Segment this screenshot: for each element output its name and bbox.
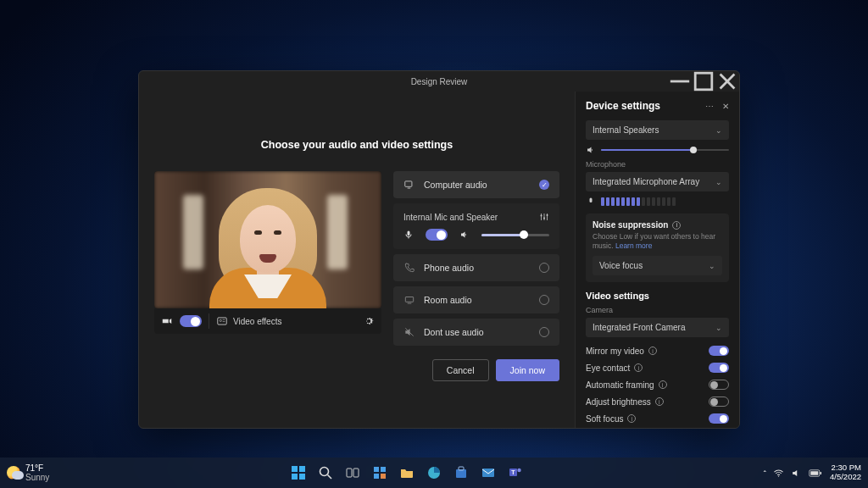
chevron-up-icon[interactable]: ˆ — [764, 469, 766, 478]
weather-widget[interactable]: 71°F Sunny — [7, 463, 49, 482]
camera-toggle[interactable] — [180, 315, 202, 327]
system-tray[interactable]: ˆ 2:30 PM 4/5/2022 — [764, 463, 861, 482]
camera-label: Camera — [586, 306, 729, 314]
join-heading: Choose your audio and video settings — [154, 100, 559, 171]
no-audio-icon — [403, 326, 415, 338]
svg-rect-12 — [292, 466, 298, 472]
phone-icon — [403, 262, 415, 274]
svg-rect-20 — [374, 467, 379, 472]
chevron-down-icon: ⌄ — [709, 262, 715, 270]
store-button[interactable] — [448, 460, 474, 485]
svg-rect-1 — [695, 73, 712, 90]
edge-button[interactable] — [421, 460, 447, 485]
maximize-button[interactable] — [692, 71, 715, 92]
teams-button[interactable]: T — [503, 460, 528, 485]
info-icon[interactable]: i — [634, 363, 643, 372]
minimize-button[interactable] — [668, 71, 692, 92]
video-controls-bar: Video effects — [154, 308, 381, 334]
speaker-volume-slider[interactable] — [601, 149, 729, 151]
cancel-button[interactable]: Cancel — [432, 359, 489, 381]
svg-rect-27 — [482, 469, 494, 477]
search-button[interactable] — [313, 460, 338, 485]
mail-button[interactable] — [476, 460, 501, 485]
mirror-toggle[interactable] — [709, 346, 729, 356]
radio-icon — [539, 263, 549, 273]
info-icon[interactable]: i — [659, 380, 667, 389]
chevron-down-icon: ⌄ — [715, 178, 722, 186]
mic-icon — [586, 197, 596, 207]
toggle-row-frame: Automatic framingi — [586, 376, 729, 393]
noise-suppression-card: Noise suppressioni Choose Low if you wan… — [586, 214, 729, 282]
soft-toggle[interactable] — [709, 413, 729, 424]
info-icon[interactable]: i — [655, 397, 664, 406]
weather-icon — [7, 466, 20, 480]
frame-toggle[interactable] — [709, 380, 729, 390]
eye-toggle[interactable] — [709, 363, 729, 373]
taskbar: 71°F Sunny T ˆ 2:30 PM 4/5/2022 — [0, 458, 868, 488]
noise-suppression-dropdown[interactable]: Voice focus⌄ — [593, 256, 722, 275]
svg-rect-34 — [810, 471, 818, 475]
video-effects-button[interactable]: Video effects — [216, 315, 356, 327]
speaker-icon — [459, 230, 470, 240]
learn-more-link[interactable]: Learn more — [615, 241, 652, 250]
camera-dropdown[interactable]: Integrated Front Camera⌄ — [586, 318, 729, 337]
chevron-down-icon: ⌄ — [715, 324, 722, 332]
battery-icon[interactable] — [809, 469, 821, 478]
widgets-button[interactable] — [367, 460, 392, 485]
close-panel-icon[interactable]: ✕ — [722, 102, 729, 111]
volume-slider[interactable] — [481, 234, 549, 236]
speaker-icon — [586, 145, 596, 155]
sliders-icon[interactable] — [539, 212, 549, 222]
camera-icon — [161, 315, 173, 327]
start-button[interactable] — [286, 460, 311, 485]
gear-icon[interactable] — [363, 315, 375, 327]
svg-rect-33 — [821, 472, 822, 474]
bright-toggle[interactable] — [709, 396, 729, 407]
join-pane: Choose your audio and video settings — [139, 92, 575, 428]
svg-point-7 — [541, 215, 542, 217]
svg-rect-19 — [353, 469, 359, 477]
svg-rect-15 — [299, 474, 305, 480]
info-icon[interactable]: i — [672, 221, 681, 230]
more-icon[interactable]: ⋯ — [705, 102, 714, 111]
audio-option-computer[interactable]: Computer audio — [393, 171, 559, 198]
info-icon[interactable]: i — [627, 414, 636, 423]
explorer-button[interactable] — [394, 460, 420, 485]
svg-rect-18 — [347, 469, 352, 477]
close-button[interactable] — [715, 71, 739, 92]
toggle-row-bright: Adjust brightnessi — [586, 393, 729, 410]
meeting-join-window: Design Review Choose your audio and vide… — [138, 70, 740, 429]
chevron-down-icon: ⌄ — [715, 126, 722, 135]
device-settings-panel: Device settings ⋯ ✕ Internal Speakers⌄ M… — [575, 92, 739, 428]
svg-rect-10 — [405, 297, 413, 302]
task-view-button[interactable] — [340, 460, 365, 485]
mic-toggle[interactable] — [426, 229, 448, 241]
svg-rect-21 — [381, 467, 386, 472]
settings-title: Device settings — [586, 100, 660, 112]
info-icon[interactable]: i — [648, 347, 657, 355]
room-icon — [403, 294, 415, 306]
volume-icon[interactable] — [791, 468, 802, 479]
join-now-button[interactable]: Join now — [496, 359, 559, 381]
radio-icon — [539, 327, 549, 337]
wifi-icon[interactable] — [773, 468, 784, 479]
audio-option-room[interactable]: Room audio — [393, 286, 559, 313]
speaker-dropdown[interactable]: Internal Speakers⌄ — [586, 120, 729, 140]
mic-icon — [403, 230, 414, 240]
window-title: Design Review — [411, 77, 468, 86]
device-summary: Internal Mic and Speaker — [403, 213, 498, 222]
audio-option-none[interactable]: Dont use audio — [393, 319, 559, 346]
video-settings-heading: Video settings — [586, 291, 729, 301]
svg-point-30 — [517, 469, 520, 472]
audio-option-phone[interactable]: Phone audio — [393, 254, 559, 281]
clock[interactable]: 2:30 PM 4/5/2022 — [830, 463, 861, 482]
svg-rect-22 — [374, 474, 379, 479]
radio-checked-icon — [539, 180, 549, 190]
microphone-dropdown[interactable]: Integrated Microphone Array⌄ — [586, 172, 729, 191]
svg-line-17 — [327, 475, 331, 480]
effects-icon — [216, 315, 228, 327]
computer-audio-icon — [403, 179, 415, 191]
toggle-row-mirror: Mirror my videoi — [586, 342, 729, 359]
toggle-row-soft: Soft focusi — [586, 410, 729, 427]
svg-point-5 — [220, 319, 221, 321]
